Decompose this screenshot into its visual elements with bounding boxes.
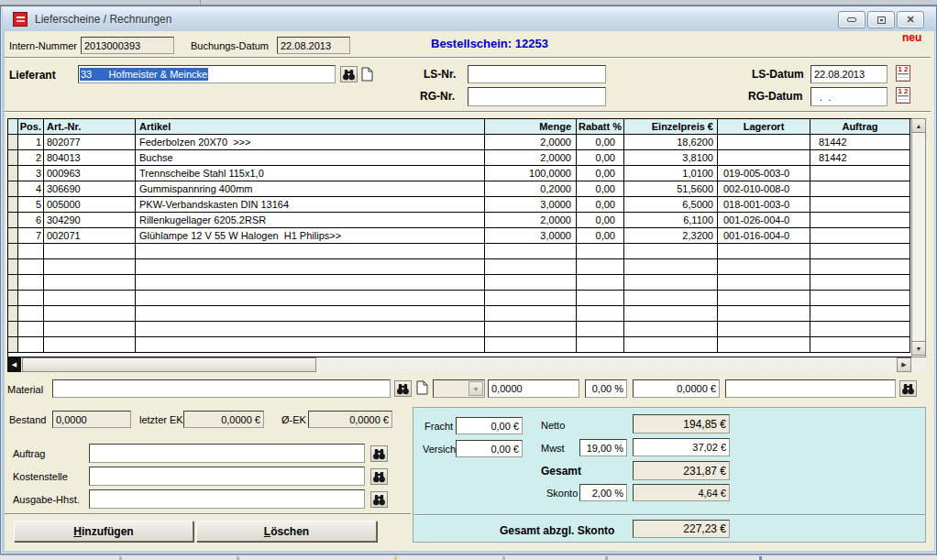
material-discount-input[interactable] — [585, 379, 627, 398]
search-icon[interactable] — [370, 468, 388, 485]
cell-pos — [18, 259, 44, 275]
material-price-input[interactable] — [633, 379, 720, 398]
table-row-empty[interactable] — [8, 291, 911, 306]
table-row[interactable]: 4306690Gummispannring 400mm0,20000,0051,… — [8, 181, 911, 197]
material-qty-input[interactable] — [488, 379, 579, 398]
search-icon[interactable] — [370, 491, 388, 508]
cell-menge: 3,0000 — [485, 228, 577, 244]
cell-artikel — [136, 259, 485, 275]
separator — [5, 513, 411, 515]
cell-sel[interactable] — [8, 291, 18, 306]
kostenstelle-input[interactable] — [89, 467, 365, 486]
new-document-icon[interactable] — [359, 66, 375, 82]
cell-sel[interactable] — [8, 135, 18, 150]
table-row[interactable]: 1802077Federbolzen 20X70 >>>2,00000,0018… — [8, 135, 911, 150]
cell-sel[interactable] — [8, 166, 18, 181]
cell-auftrag — [810, 306, 910, 322]
minimize-button[interactable] — [838, 11, 865, 28]
cell-auftrag — [810, 166, 910, 181]
cell-auftrag — [810, 291, 910, 306]
mwst-pct-input[interactable] — [579, 439, 627, 456]
search-icon[interactable] — [340, 66, 358, 82]
cell-pos — [18, 322, 44, 337]
ausgabe-hhst-input[interactable] — [89, 489, 365, 509]
close-button[interactable]: ✕ — [897, 11, 924, 28]
table-row[interactable]: 3000963Trennscheibe Stahl 115x1,0100,000… — [8, 166, 911, 181]
cell-artnr — [44, 291, 136, 306]
gesamt-label: Gesamt — [541, 465, 581, 478]
cell-sel[interactable] — [8, 197, 18, 213]
mwst-value-input[interactable] — [633, 438, 730, 456]
maximize-button[interactable] — [867, 11, 895, 28]
horizontal-scrollbar-thumb[interactable] — [22, 357, 316, 372]
titlebar[interactable]: Lieferscheine / Rechnungen ✕ — [3, 7, 936, 31]
rg-datum-input[interactable]: . . — [810, 87, 887, 106]
cell-preis — [624, 291, 718, 306]
table-row[interactable]: 5005000PKW-Verbandskasten DIN 131643,000… — [8, 197, 911, 213]
material-note-input[interactable] — [725, 379, 896, 398]
table-row-empty[interactable] — [8, 259, 911, 275]
table-row-empty[interactable] — [8, 337, 911, 353]
cell-artikel — [136, 306, 485, 322]
intern-nummer-field: 2013000393 — [81, 37, 174, 54]
cell-artnr — [44, 244, 136, 259]
cell-artnr — [44, 259, 136, 275]
separator — [5, 57, 931, 59]
ls-nr-input[interactable] — [468, 65, 606, 83]
loeschen-button[interactable]: Löschen — [196, 521, 377, 542]
auftrag-input[interactable] — [89, 444, 365, 463]
cell-sel[interactable] — [8, 275, 18, 291]
table-row-empty[interactable] — [8, 322, 911, 337]
calendar-icon[interactable]: 1 2 — [896, 65, 910, 82]
material-input[interactable] — [52, 379, 391, 398]
cell-preis: 6,1100 — [624, 213, 718, 228]
table-row-empty[interactable] — [8, 306, 911, 322]
cell-artnr: 005000 — [44, 197, 136, 213]
cell-sel[interactable] — [8, 322, 18, 337]
cell-rabatt: 0,00 — [577, 197, 624, 213]
skonto-pct-input[interactable] — [579, 484, 627, 501]
search-icon[interactable] — [899, 380, 917, 397]
scroll-down-icon[interactable]: ▼ — [911, 341, 926, 356]
app-icon — [13, 12, 28, 27]
mwst-label: Mwst — [541, 443, 565, 454]
unit-dropdown[interactable]: ▼ — [433, 379, 485, 398]
ls-datum-input[interactable]: 22.08.2013 — [810, 65, 887, 83]
rg-nr-input[interactable] — [468, 87, 606, 106]
cell-sel[interactable] — [8, 228, 18, 244]
table-row[interactable]: 6304290Rillenkugellager 6205.2RSR2,00000… — [8, 213, 911, 228]
cell-sel[interactable] — [8, 337, 18, 353]
cell-sel[interactable] — [8, 259, 18, 275]
new-document-icon[interactable] — [414, 379, 430, 396]
table-row-empty[interactable] — [8, 244, 911, 259]
fracht-input[interactable] — [456, 417, 523, 434]
lieferant-input[interactable]: 33 Hofmeister & Meincke — [78, 65, 336, 83]
table-row[interactable]: 7002071Glühlampe 12 V 55 W Halogen H1 Ph… — [8, 228, 911, 244]
ls-datum-label: LS-Datum — [752, 68, 804, 81]
cell-sel[interactable] — [8, 181, 18, 197]
table-row[interactable]: 2804013Buchse2,00000,003,810081442 — [8, 150, 911, 166]
scroll-left-icon[interactable]: ◀ — [7, 357, 21, 372]
table-vertical-scrollbar[interactable] — [911, 118, 926, 357]
hinzufuegen-button[interactable]: Hinzufügen — [14, 521, 193, 542]
cell-sel[interactable] — [8, 244, 18, 259]
cell-menge: 2,0000 — [485, 213, 577, 228]
cell-artnr: 000963 — [44, 166, 136, 181]
cell-sel[interactable] — [8, 306, 18, 322]
table-header-row: Pos.Art.-Nr.ArtikelMengeRabatt %Einzelpr… — [8, 119, 911, 135]
versich-input[interactable] — [456, 440, 523, 457]
scroll-up-icon[interactable]: ▲ — [911, 118, 926, 133]
search-icon[interactable] — [394, 380, 412, 397]
cell-artikel — [136, 244, 485, 259]
table-row-empty[interactable] — [8, 275, 911, 291]
cell-sel[interactable] — [8, 213, 18, 228]
cell-sel[interactable] — [8, 150, 18, 166]
cell-artikel: Glühlampe 12 V 55 W Halogen H1 Philips>> — [136, 228, 485, 244]
cell-artnr: 304290 — [44, 213, 136, 228]
search-icon[interactable] — [370, 445, 388, 462]
cell-menge: 0,2000 — [485, 181, 577, 197]
table-header-row: Pos.Art.-Nr.ArtikelMengeRabatt %Einzelpr… — [8, 119, 911, 135]
skonto-label: Skonto — [546, 488, 578, 499]
scroll-right-icon[interactable]: ▶ — [897, 357, 911, 372]
calendar-icon[interactable]: 1 2 — [896, 87, 910, 104]
